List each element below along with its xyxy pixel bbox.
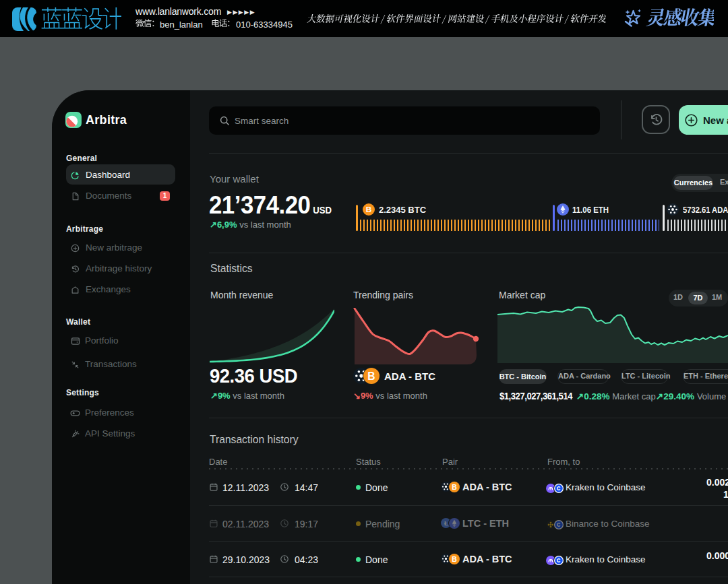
svg-text:B: B <box>452 484 457 491</box>
svg-text:Ł: Ł <box>444 519 448 527</box>
svg-text:B: B <box>367 370 375 382</box>
svg-text:B: B <box>452 556 457 563</box>
svg-text:B: B <box>366 205 371 214</box>
